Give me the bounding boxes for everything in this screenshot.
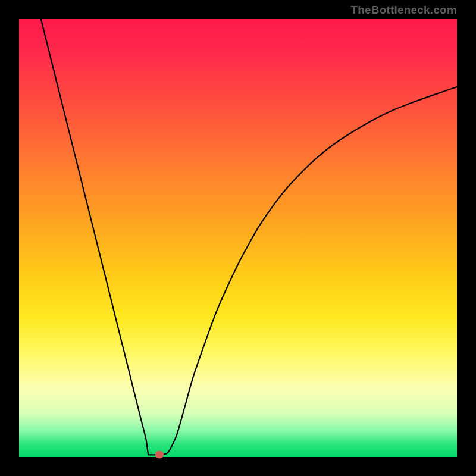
plot-area <box>19 19 457 457</box>
bottleneck-curve <box>19 19 457 457</box>
chart-container: TheBottleneck.com <box>0 0 476 476</box>
attribution-text: TheBottleneck.com <box>350 4 457 17</box>
optimal-point-marker <box>155 451 164 459</box>
